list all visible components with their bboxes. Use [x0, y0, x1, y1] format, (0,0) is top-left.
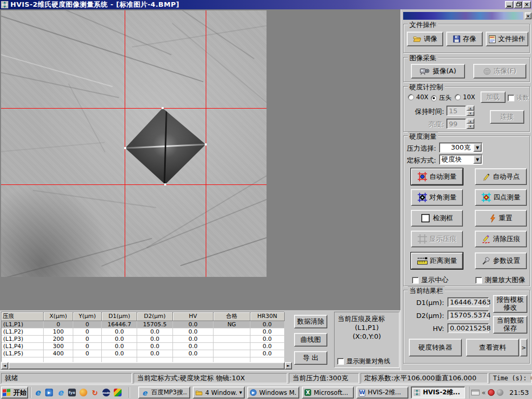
chevron-down-icon[interactable]: ▼ — [473, 143, 482, 152]
scratch — [90, 10, 255, 59]
col-header[interactable]: X(μm) — [44, 312, 73, 321]
spin-up-icon: ▲ — [467, 118, 474, 124]
restore-button[interactable] — [514, 1, 522, 8]
panel-title-gradient[interactable] — [403, 12, 523, 20]
scratch — [33, 190, 156, 208]
parameter-settings-button[interactable]: 参数设置 — [475, 252, 527, 269]
task-hvis-app-active[interactable]: HVIS-2维... — [411, 387, 465, 398]
save-current-data-button[interactable]: 当前数据保存 — [493, 316, 527, 334]
auto-find-button[interactable]: 自动寻点 — [475, 168, 527, 185]
pressure-select[interactable]: 300克 ▼ — [439, 142, 483, 153]
spin-down-icon: ▼ — [467, 124, 474, 129]
status-pressure: 当前压力值:300克 — [289, 373, 359, 383]
quicklaunch-media-player-icon[interactable]: ▸ — [44, 388, 54, 397]
radio-10x-circle[interactable] — [455, 94, 461, 100]
scrollbar-thumb[interactable] — [8, 362, 285, 369]
zoom-measure-checkbox-box[interactable] — [475, 277, 482, 284]
task-hvis-word-doc[interactable]: W HVIS-2维... — [356, 387, 408, 398]
vertex-marker-left[interactable] — [124, 147, 126, 149]
show-diagonal-checkbox[interactable]: 显示测量对角线 — [337, 357, 390, 366]
quicklaunch-sphere-icon[interactable] — [78, 388, 88, 397]
view-data-button[interactable]: 查看资料 — [466, 339, 519, 356]
report-template-button[interactable]: 报告模板修改 — [493, 295, 527, 313]
start-button[interactable]: 开始 — [1, 387, 28, 398]
measure-line-horizontal-top[interactable] — [1, 108, 267, 109]
save-image-button[interactable]: 存像 — [446, 32, 483, 46]
keyboard-icon[interactable] — [471, 390, 480, 395]
collapse-tray-icon[interactable]: « — [482, 389, 486, 396]
scratch — [1, 142, 104, 152]
col-header[interactable]: D1(μm) — [102, 312, 137, 321]
radio-40x[interactable]: 40X — [408, 94, 429, 101]
four-point-icon — [482, 193, 491, 202]
distance-measure-button[interactable]: 距离测量 — [411, 252, 463, 269]
scratch — [1, 49, 113, 87]
calibration-select[interactable]: 硬度块 ▼ — [439, 154, 483, 165]
show-center-checkbox-box[interactable] — [412, 277, 419, 284]
table-row[interactable]: (L1,P2)10000.00.00.00.0 — [2, 328, 285, 335]
clear-indentation-button[interactable]: 清除压痕 — [475, 231, 527, 247]
scroll-left-icon[interactable]: ◄ — [1, 362, 8, 369]
quicklaunch-eye-icon[interactable]: fye — [67, 388, 77, 397]
auto-measure-button[interactable]: 自动测量 — [411, 168, 463, 185]
zoom-measure-checkbox[interactable]: 测量放大图像 — [475, 275, 525, 285]
shield-icon[interactable] — [488, 389, 495, 396]
measure-line-horizontal-bottom[interactable] — [1, 184, 267, 185]
minimize-button[interactable] — [505, 1, 513, 8]
col-header[interactable]: D2(μm) — [137, 312, 172, 321]
radio-10x[interactable]: 10X — [455, 94, 475, 101]
table-row[interactable]: (L1,P5)40000.00.00.00.0 — [2, 350, 285, 357]
col-header[interactable]: 合格 — [214, 312, 250, 321]
task-baidu-mp3[interactable]: e 百度MP3搜... — [138, 387, 190, 398]
table-horizontal-scrollbar[interactable]: ◄ ► — [1, 362, 292, 369]
show-center-checkbox[interactable]: 显示中心 — [412, 275, 448, 285]
table-row[interactable]: (L1,P1)0016446.715705.50.0NG0.0 — [2, 321, 285, 328]
calibration-label: 定标方式: — [407, 156, 436, 165]
clear-data-button[interactable]: 数据清除 — [294, 315, 327, 328]
col-header[interactable]: HR30N — [250, 312, 284, 321]
export-button[interactable]: 导 出 — [294, 351, 327, 365]
col-header[interactable]: HV — [172, 312, 214, 321]
vertex-marker-bottom[interactable] — [164, 183, 166, 185]
quicklaunch-msdn-icon[interactable]: msdn — [101, 388, 111, 397]
radio-indenter-circle[interactable] — [431, 95, 437, 101]
quicklaunch-colors-icon[interactable] — [113, 388, 123, 397]
file-operations-button[interactable]: DOC 文件操作 — [486, 32, 528, 46]
task-windows-group[interactable]: 4 Window... ▼ — [193, 387, 245, 398]
taskbar-clock: 21:53 — [510, 389, 529, 396]
curve-chart-button[interactable]: 曲线图 — [294, 333, 327, 347]
status-time: Time (s): 0.2 — [489, 373, 532, 383]
scroll-right-icon[interactable]: ► — [285, 362, 292, 369]
quicklaunch-browser-icon[interactable]: e — [56, 388, 65, 397]
speaker-icon[interactable] — [497, 389, 503, 396]
read-checkbox: 读数 — [508, 94, 529, 102]
specimen-image[interactable] — [1, 10, 267, 277]
load-image-button[interactable]: 调像 — [407, 32, 443, 46]
hardness-converter-button[interactable]: 硬度转换器 — [409, 339, 462, 356]
table-row[interactable]: (L1,P4)30000.00.00.00.0 — [2, 342, 285, 350]
radio-40x-circle[interactable] — [408, 94, 414, 100]
four-point-measure-button[interactable]: 四点测量 — [475, 189, 527, 206]
radio-indenter[interactable]: 压头 — [431, 94, 451, 102]
quicklaunch-ie-icon[interactable]: e — [33, 388, 43, 397]
more-results-button[interactable]: > — [520, 339, 527, 356]
diagonal-measure-button[interactable]: 对角测量 — [411, 189, 463, 206]
camera-button[interactable]: 摄像(A) — [411, 64, 465, 78]
show-diagonal-checkbox-box[interactable] — [337, 358, 344, 365]
col-header[interactable]: 压痕 — [2, 312, 44, 321]
measure-line-vertical-left[interactable] — [125, 10, 125, 277]
panel-close-button[interactable]: × — [525, 12, 531, 19]
quicklaunch-swirl-icon[interactable]: ↻ — [90, 388, 100, 397]
chevron-down-icon[interactable]: ▼ — [473, 155, 482, 164]
vertex-marker-top[interactable] — [162, 107, 164, 109]
brightness-field: 99 — [446, 118, 466, 129]
detect-frame-button[interactable]: 检测框 — [411, 210, 463, 227]
vertex-marker-right[interactable] — [205, 143, 207, 145]
task-microsoft-excel[interactable]: X Microsoft... — [302, 387, 354, 398]
results-table[interactable]: 压痕 X(μm) Y(μm) D1(μm) D2(μm) HV 合格 HR30N… — [1, 312, 285, 362]
task-windows-media[interactable]: ▸ Windows M... — [247, 387, 299, 398]
table-row[interactable]: (L1,P3)20000.00.00.00.0 — [2, 335, 285, 342]
col-header[interactable]: Y(μm) — [73, 312, 102, 321]
close-button[interactable]: × — [523, 1, 531, 8]
reset-button[interactable]: 重置 — [475, 210, 527, 227]
